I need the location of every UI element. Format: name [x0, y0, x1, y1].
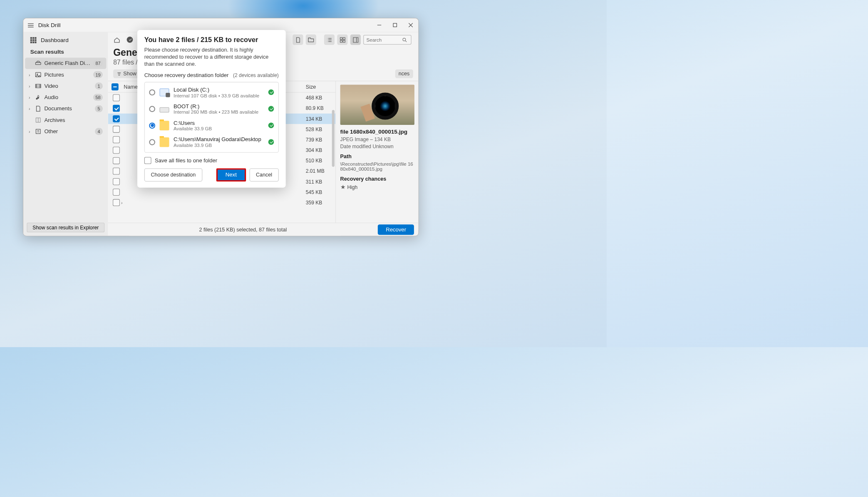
- choose-folder-label: Choose recovery destination folder: [144, 72, 229, 78]
- ok-badge-icon: [268, 139, 274, 145]
- modal-overlay: [0, 0, 607, 347]
- destination-radio[interactable]: [149, 139, 155, 145]
- save-all-checkbox[interactable]: [144, 157, 151, 164]
- ok-badge-icon: [268, 122, 274, 128]
- disk-icon: [159, 107, 169, 113]
- destination-sub: Internal 107 GB disk • 33.9 GB available: [174, 93, 264, 98]
- destination-name: Local Disk (C:): [174, 87, 264, 93]
- destination-name: BOOT (R:): [174, 103, 264, 109]
- cdisk-icon: [159, 88, 169, 96]
- recovery-destination-modal: You have 2 files / 215 KB to recover Ple…: [137, 30, 286, 187]
- destination-name: C:\Users\Manuviraj Godara\Desktop: [174, 136, 264, 142]
- destination-sub: Available 33.9 GB: [174, 142, 264, 148]
- save-all-option[interactable]: Save all files to one folder: [144, 157, 279, 164]
- destination-sub: Internal 260 MB disk • 223 MB available: [174, 109, 264, 114]
- next-button[interactable]: Next: [218, 169, 245, 180]
- destination-radio[interactable]: [149, 122, 155, 129]
- folder-icon: [159, 137, 169, 147]
- modal-description: Please choose recovery destination. It i…: [144, 47, 279, 68]
- folder-icon: [159, 121, 169, 130]
- save-all-label: Save all files to one folder: [155, 157, 217, 164]
- destination-list: Local Disk (C:)Internal 107 GB disk • 33…: [144, 82, 279, 152]
- cancel-button[interactable]: Cancel: [249, 168, 279, 181]
- devices-available-hint: (2 devices available): [233, 72, 279, 78]
- destination-option[interactable]: C:\Users\Manuviraj Godara\DesktopAvailab…: [145, 134, 278, 150]
- next-button-highlight: Next: [216, 168, 246, 181]
- destination-option[interactable]: BOOT (R:)Internal 260 MB disk • 223 MB a…: [145, 100, 278, 117]
- ok-badge-icon: [268, 89, 274, 95]
- destination-option[interactable]: Local Disk (C:)Internal 107 GB disk • 33…: [145, 84, 278, 101]
- ok-badge-icon: [268, 106, 274, 112]
- destination-radio[interactable]: [149, 106, 155, 112]
- destination-option[interactable]: C:\UsersAvailable 33.9 GB: [145, 117, 278, 134]
- choose-destination-button[interactable]: Choose destination: [144, 168, 202, 181]
- destination-radio[interactable]: [149, 89, 155, 95]
- destination-name: C:\Users: [174, 120, 264, 126]
- modal-title: You have 2 files / 215 KB to recover: [144, 36, 279, 44]
- destination-sub: Available 33.9 GB: [174, 126, 264, 131]
